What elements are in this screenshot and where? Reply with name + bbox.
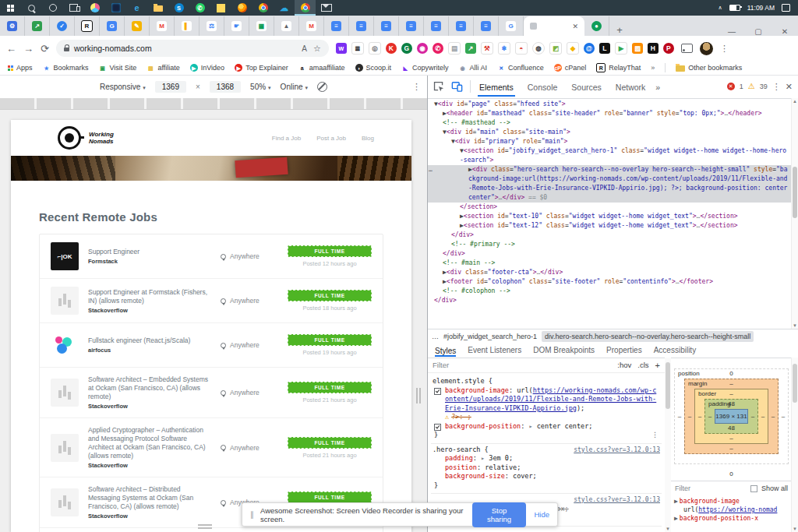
box-model-padding[interactable]: padding48–1369 × 131–48 <box>704 399 758 434</box>
rule-menu-icon[interactable]: ⋮ <box>651 431 659 440</box>
devtools-close-icon[interactable]: ✕ <box>786 82 793 92</box>
extension-icon[interactable]: ◎ <box>369 42 381 55</box>
job-row[interactable]: Support Engineer at Formstack (Fishers, … <box>40 279 383 323</box>
bookmark-item[interactable]: ★Bookmarks <box>43 64 89 72</box>
browser-tab[interactable]: ↗ <box>25 16 50 36</box>
property-name[interactable]: background-size <box>445 472 505 480</box>
taskbar-icon-skype[interactable]: S <box>168 0 189 16</box>
css-property[interactable]: padding: ▸ 3em 0; <box>433 454 660 463</box>
job-title[interactable]: Support Engineer at Formstack (Fishers, … <box>88 288 213 305</box>
extension-icon[interactable]: w <box>336 43 347 54</box>
extension-icon[interactable]: ▤ <box>448 42 461 55</box>
taskbar-icon-edge[interactable]: e <box>126 0 147 16</box>
box-model-position-bottom[interactable]: 0 <box>671 469 792 481</box>
extension-icon[interactable]: ❄ <box>498 42 510 55</box>
box-model-value-right[interactable]: – <box>779 379 788 454</box>
dom-node[interactable]: </div> <box>428 296 792 305</box>
computed-filter-input[interactable]: Filter <box>675 484 690 492</box>
dom-node[interactable]: ▶<section id="text-10" class="widget wid… <box>428 212 792 221</box>
browser-tab[interactable]: ≡ <box>374 16 399 36</box>
devtools-tab-elements[interactable]: Elements <box>478 77 515 97</box>
viewport-resize-handle-right[interactable] <box>416 388 421 403</box>
forward-button[interactable]: → <box>23 43 34 55</box>
dom-node[interactable]: <!-- #masthead --> <box>428 118 792 128</box>
taskbar-icon-chrome-active[interactable] <box>295 0 316 16</box>
notification-center-icon[interactable] <box>782 4 790 12</box>
bookmarks-overflow-icon[interactable]: » <box>651 64 655 72</box>
computed-scrollbar[interactable]: ▼ <box>791 358 798 532</box>
taskbar-icon-task-view[interactable] <box>63 0 84 16</box>
warning-count[interactable]: 39 <box>760 83 768 90</box>
taskbar-icon-photos-wheel[interactable] <box>84 0 105 16</box>
back-button[interactable]: ← <box>6 43 16 55</box>
expand-icon[interactable]: ▸ <box>481 454 489 462</box>
property-name[interactable]: background-position <box>445 422 521 430</box>
breadcrumb-item[interactable]: div.hero-search.hero-search--no-overlay.… <box>542 331 754 342</box>
site-nav-link[interactable]: Post a Job <box>316 135 346 142</box>
devtools-tab-console[interactable]: Console <box>526 77 560 97</box>
expand-icon[interactable]: ▸ <box>528 422 536 430</box>
extension-icon[interactable]: ▶ <box>615 42 627 55</box>
box-model-value-right[interactable]: – <box>758 399 768 434</box>
box-model-margin[interactable]: margin––border––padding48–1369 × 131–48–… <box>684 379 779 454</box>
browser-tab[interactable]: ▲ <box>274 16 299 36</box>
job-title[interactable]: Support Engineer <box>88 248 213 256</box>
box-model-value-bottom[interactable] <box>675 454 788 463</box>
taskbar-icon-search[interactable] <box>21 0 42 16</box>
browser-tab[interactable]: ● <box>584 16 609 36</box>
taskbar-icon-firefox[interactable] <box>231 0 252 16</box>
box-model-value-right[interactable]: – <box>768 389 778 444</box>
new-style-rule-button[interactable]: + <box>655 361 660 370</box>
extension-icon[interactable]: H <box>648 43 659 54</box>
css-url-link[interactable]: https://working-nomad <box>698 506 777 513</box>
site-logo-icon[interactable] <box>58 126 81 150</box>
warning-icon[interactable]: ⚠ <box>748 83 755 90</box>
css-property[interactable]: background-position: ▸ center center; <box>433 422 660 432</box>
cast-icon[interactable] <box>681 44 693 53</box>
stylesheet-link[interactable]: style.css?ver=3.12.0:13 <box>574 446 660 455</box>
box-model-value-left[interactable]: – <box>675 379 684 454</box>
bookmark-item[interactable]: ▣Visit Site <box>99 64 137 72</box>
pseudo-state-button[interactable]: :hov <box>617 361 631 369</box>
site-logo-text[interactable]: WorkingNomads <box>89 131 114 145</box>
browser-tab[interactable]: G <box>100 16 125 36</box>
device-toolbar-menu-icon[interactable]: ⋮ <box>412 82 421 92</box>
viewport-resize-handle-bottom[interactable] <box>198 524 212 529</box>
extension-icon[interactable]: ▨ <box>632 43 643 54</box>
box-model-value-bottom[interactable]: – <box>685 444 778 453</box>
box-model-value-right[interactable]: – <box>748 409 757 424</box>
taskbar-icon-onedrive[interactable]: ☁ <box>274 0 295 16</box>
bookmark-item[interactable]: ◣Copywritely <box>401 64 449 72</box>
viewport-height-input[interactable]: 1368 <box>210 81 241 93</box>
css-property[interactable]: ⚠?>: ; <box>433 413 660 422</box>
taskbar-icon-chrome[interactable] <box>252 0 274 16</box>
devtools-tab-sources[interactable]: Sources <box>570 77 603 97</box>
property-name[interactable]: padding <box>445 454 473 462</box>
dom-node[interactable]: ▶<div class="footer-cta">…</div> <box>428 268 792 277</box>
restore-button[interactable]: ▢ <box>745 27 772 36</box>
browser-tab[interactable]: ⚖ <box>200 16 224 36</box>
breadcrumb-item[interactable]: … <box>432 333 439 340</box>
box-model-content[interactable]: 1369 × 131 <box>715 409 748 424</box>
extension-icon[interactable]: K <box>386 43 397 54</box>
stylesheet-link[interactable]: style.css?ver=3.12.0:13 <box>574 495 660 505</box>
property-checkbox[interactable] <box>434 424 441 431</box>
dom-node[interactable]: ▼<div id="main" class="site-main"> <box>428 128 792 137</box>
toggle-device-toolbar-icon[interactable] <box>451 81 463 92</box>
profile-avatar[interactable] <box>700 42 713 55</box>
zoom-select[interactable]: 50%▾ <box>250 83 271 91</box>
taskbar-icon-start[interactable] <box>0 0 21 16</box>
browser-tab[interactable]: ✎ <box>125 16 150 36</box>
browser-tab[interactable]: ≡ <box>474 16 499 36</box>
site-nav-link[interactable]: Blog <box>362 135 374 142</box>
hide-button[interactable]: Hide <box>534 510 549 519</box>
reload-button[interactable]: ⟳ <box>41 43 49 55</box>
dom-node[interactable]: ▼<div id="page" class="hfeed site"> <box>428 100 792 109</box>
minimize-button[interactable]: — <box>719 27 745 36</box>
taskbar-icon-whatsapp[interactable]: ✆ <box>189 0 210 16</box>
job-row[interactable]: ⌐|OKSupport EngineerFormstackAnywhereFUL… <box>40 234 383 279</box>
extension-icon[interactable]: ◉ <box>417 43 428 54</box>
job-row[interactable]: Applied Cryptographer – Authentication a… <box>40 418 383 477</box>
sidebar-tab-properties[interactable]: Properties <box>606 346 642 354</box>
css-property[interactable]: background-image: url(https://working-no… <box>433 386 660 414</box>
